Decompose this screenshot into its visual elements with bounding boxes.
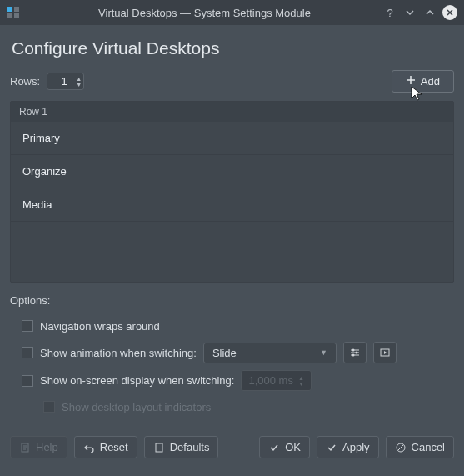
add-button[interactable]: Add — [392, 70, 454, 93]
titlebar: Virtual Desktops — System Settings Modul… — [0, 0, 464, 25]
apply-button-label: Apply — [342, 441, 370, 453]
rows-increment[interactable]: ▲ — [76, 76, 82, 82]
document-icon — [153, 443, 165, 453]
maximize-button[interactable] — [422, 5, 437, 20]
cancel-button[interactable]: Cancel — [386, 436, 454, 458]
svg-point-5 — [355, 352, 357, 354]
svg-point-4 — [352, 349, 354, 352]
rows-input[interactable] — [56, 75, 72, 88]
help-button-label: Help — [36, 441, 58, 453]
show-layout-label: Show desktop layout indicators — [62, 401, 211, 413]
dialog-footer: Help Reset Defaults OK Apply Cancel — [0, 428, 464, 468]
svg-point-6 — [352, 354, 354, 357]
options-label: Options: — [10, 294, 454, 307]
rows-label: Rows: — [10, 75, 40, 88]
show-osd-checkbox[interactable] — [22, 375, 33, 387]
list-item[interactable]: Primary — [11, 122, 453, 155]
app-icon — [7, 6, 20, 19]
check-icon — [268, 443, 280, 453]
window-title: Virtual Desktops — System Settings Modul… — [27, 7, 382, 19]
svg-rect-2 — [7, 13, 12, 18]
reset-button[interactable]: Reset — [74, 436, 137, 458]
rows-decrement[interactable]: ▼ — [76, 82, 82, 88]
page-title: Configure Virtual Desktops — [12, 38, 454, 58]
osd-duration-value: 1,000 ms — [248, 374, 292, 387]
check-icon — [326, 443, 337, 453]
desktop-list: Row 1 Primary Organize Media — [10, 101, 454, 283]
svg-rect-0 — [7, 7, 12, 12]
nav-wrap-checkbox[interactable] — [22, 320, 33, 332]
minimize-button[interactable] — [402, 5, 417, 20]
list-item[interactable]: Organize — [11, 155, 453, 188]
defaults-button-label: Defaults — [170, 441, 210, 453]
list-item[interactable]: Media — [11, 188, 453, 222]
defaults-button[interactable]: Defaults — [144, 436, 219, 458]
reset-button-label: Reset — [100, 441, 128, 453]
undo-icon — [83, 443, 95, 453]
animation-select[interactable]: Slide ▼ — [203, 343, 337, 363]
cancel-icon — [395, 443, 407, 453]
osd-duration-spinner: 1,000 ms ▲▼ — [241, 370, 311, 391]
svg-rect-3 — [14, 13, 19, 18]
preview-animation-button[interactable] — [373, 342, 397, 363]
plus-icon — [406, 75, 416, 88]
configure-animation-button[interactable] — [343, 342, 367, 363]
add-button-label: Add — [421, 75, 440, 88]
nav-wrap-label: Navigation wraps around — [40, 320, 160, 333]
svg-rect-9 — [156, 443, 162, 452]
ok-button-label: OK — [285, 441, 301, 453]
show-layout-checkbox — [43, 401, 55, 413]
show-animation-label: Show animation when switching: — [40, 347, 197, 359]
show-osd-label: Show on-screen display when switching: — [40, 374, 234, 387]
cancel-button-label: Cancel — [412, 441, 445, 453]
svg-rect-1 — [14, 7, 19, 12]
list-header: Row 1 — [11, 102, 453, 122]
chevron-down-icon: ▼ — [320, 348, 327, 357]
close-button[interactable] — [442, 5, 457, 20]
show-animation-checkbox[interactable] — [22, 347, 33, 358]
apply-button[interactable]: Apply — [317, 436, 379, 458]
help-button[interactable]: Help — [10, 436, 67, 458]
help-titlebar-button[interactable]: ? — [382, 5, 397, 20]
animation-select-value: Slide — [212, 347, 237, 359]
help-icon — [19, 443, 31, 453]
rows-spinner[interactable]: ▲ ▼ — [47, 73, 84, 90]
ok-button[interactable]: OK — [259, 436, 310, 458]
